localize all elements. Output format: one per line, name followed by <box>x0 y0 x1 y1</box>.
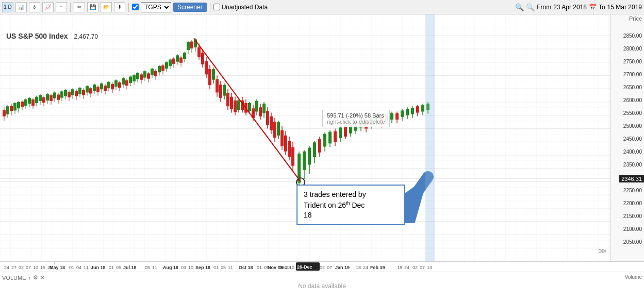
svg-text:26-Dec: 26-Dec <box>297 264 312 270</box>
svg-rect-55 <box>68 92 71 97</box>
svg-rect-65 <box>86 86 89 92</box>
save-button[interactable]: 💾 <box>87 2 98 12</box>
calendar-icon[interactable]: 📅 <box>589 4 597 11</box>
print-button[interactable]: ⬇ <box>114 2 125 12</box>
svg-rect-119 <box>183 53 186 59</box>
bar-type-button[interactable]: 📊 <box>15 2 27 12</box>
svg-rect-49 <box>57 95 60 100</box>
svg-rect-137 <box>216 79 219 93</box>
svg-rect-93 <box>136 73 139 79</box>
to-label: To <box>599 4 605 11</box>
svg-rect-33 <box>28 98 31 104</box>
unadjusted-label[interactable]: Unadjusted Data <box>213 4 268 11</box>
svg-rect-63 <box>82 90 85 95</box>
volume-up-icon[interactable]: ↑ <box>28 275 31 281</box>
svg-rect-127 <box>197 47 201 57</box>
svg-text:04: 04 <box>76 265 81 270</box>
svg-rect-35 <box>31 99 35 106</box>
draw-button[interactable]: ✏ <box>74 2 85 12</box>
svg-text:18: 18 <box>356 265 361 270</box>
svg-text:02: 02 <box>320 265 325 270</box>
tgps-checkbox[interactable] <box>132 4 139 10</box>
svg-rect-155 <box>248 103 251 111</box>
tooltip-line1: 595.71 (-20%) 58 Bars <box>327 112 385 119</box>
from-label: From <box>537 4 551 11</box>
svg-rect-73 <box>100 84 103 89</box>
sep2 <box>128 3 129 12</box>
svg-rect-67 <box>89 88 92 93</box>
svg-text:24: 24 <box>4 265 9 270</box>
volume-settings-icon[interactable]: ⚙ <box>33 274 38 281</box>
svg-rect-103 <box>154 71 157 76</box>
svg-rect-183 <box>303 152 306 170</box>
svg-rect-199 <box>344 127 347 137</box>
svg-rect-185 <box>308 148 311 165</box>
svg-text:05: 05 <box>116 265 121 270</box>
svg-rect-217 <box>390 113 393 120</box>
svg-text:18: 18 <box>397 265 402 270</box>
svg-rect-135 <box>212 69 215 80</box>
unadjusted-checkbox[interactable] <box>213 4 220 10</box>
svg-rect-83 <box>118 82 121 88</box>
svg-rect-193 <box>328 132 332 144</box>
svg-rect-91 <box>133 75 136 81</box>
svg-text:05: 05 <box>145 265 150 270</box>
volume-close-icon[interactable]: ✕ <box>40 274 45 281</box>
svg-rect-101 <box>151 69 154 75</box>
load-button[interactable]: 📂 <box>101 2 112 12</box>
svg-rect-195 <box>334 131 337 142</box>
svg-rect-123 <box>190 42 193 48</box>
current-price-label: 2346.31 <box>619 175 644 182</box>
svg-rect-19 <box>3 110 6 116</box>
svg-text:01: 01 <box>213 265 219 270</box>
svg-text:01: 01 <box>109 265 114 270</box>
candle-button[interactable]: 🕯 <box>29 2 40 12</box>
svg-rect-69 <box>93 85 96 91</box>
svg-rect-229 <box>421 105 424 111</box>
chart-body[interactable]: US S&P 500 Index 2,467.70 <box>0 14 610 261</box>
svg-text:02: 02 <box>412 265 418 270</box>
svg-rect-51 <box>60 91 63 97</box>
svg-rect-223 <box>406 109 409 115</box>
screener-button[interactable]: Screener <box>173 3 207 12</box>
svg-rect-191 <box>323 134 326 147</box>
zoom-in-icon[interactable]: 🔍 <box>515 3 524 11</box>
svg-rect-21 <box>6 106 9 114</box>
svg-rect-85 <box>122 78 125 85</box>
svg-text:02: 02 <box>19 265 24 270</box>
symbol-select[interactable]: TGPS <box>141 2 171 12</box>
svg-text:01: 01 <box>69 265 74 270</box>
line-button[interactable]: 📈 <box>42 2 54 12</box>
svg-rect-227 <box>416 106 419 112</box>
tooltip-line2: right-click to edit/delete <box>327 119 385 125</box>
timeframe-1d-button[interactable]: 1 D <box>2 2 13 12</box>
svg-text:11: 11 <box>152 265 157 270</box>
svg-rect-41 <box>42 97 45 103</box>
svg-rect-27 <box>17 102 20 108</box>
svg-text:05: 05 <box>221 265 226 270</box>
svg-rect-129 <box>201 53 204 64</box>
svg-text:10: 10 <box>289 265 294 270</box>
svg-rect-43 <box>46 94 49 101</box>
svg-rect-23 <box>10 106 13 111</box>
date-axis-svg: 24 27 02 07 10 15 22 May 18 01 04 11 Jun… <box>0 262 610 272</box>
toolbar: 1 D 📊 🕯 📈 ≡ ✏ 💾 📂 ⬇ TGPS Screener Unadju… <box>0 0 644 14</box>
compare-button[interactable]: ≡ <box>56 2 67 12</box>
svg-text:≫: ≫ <box>598 245 607 255</box>
svg-rect-165 <box>266 111 269 125</box>
chart-container: US S&P 500 Index 2,467.70 <box>0 14 644 261</box>
svg-rect-145 <box>230 97 233 109</box>
zoom-out-icon[interactable]: 🔍 <box>526 3 535 11</box>
svg-rect-57 <box>71 89 74 95</box>
svg-rect-179 <box>291 147 294 166</box>
highlight-band <box>425 14 435 261</box>
svg-rect-219 <box>395 113 399 120</box>
svg-rect-29 <box>21 102 24 107</box>
svg-rect-75 <box>104 86 107 91</box>
svg-text:Jun 18: Jun 18 <box>91 265 106 270</box>
svg-rect-39 <box>39 95 42 101</box>
svg-rect-139 <box>219 85 222 98</box>
svg-rect-71 <box>96 87 100 92</box>
svg-rect-89 <box>129 77 132 83</box>
svg-rect-117 <box>179 57 183 62</box>
